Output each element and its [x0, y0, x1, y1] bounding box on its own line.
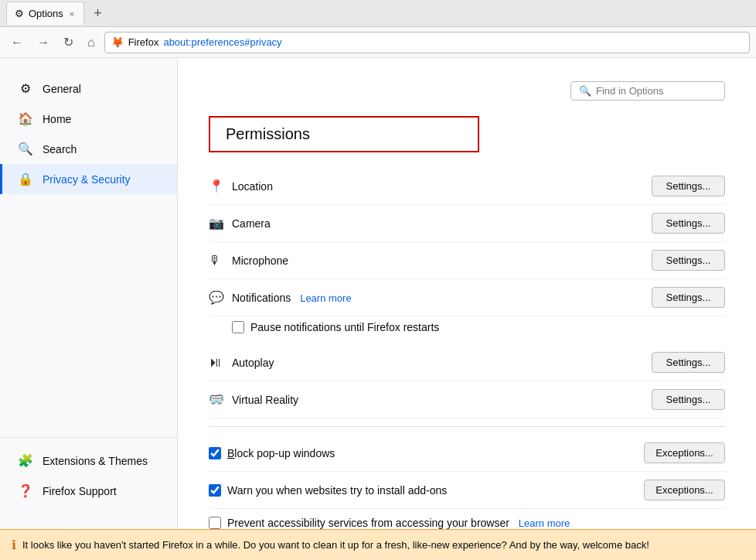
sidebar-label-privacy: Privacy & Security	[43, 173, 131, 186]
find-icon: 🔍	[579, 85, 591, 97]
warn-addons-label: Warn you when websites try to install ad…	[227, 484, 644, 497]
sidebar-label-general: General	[43, 83, 81, 95]
extensions-icon: 🧩	[18, 453, 33, 468]
sidebar-nav: ⚙ General 🏠 Home 🔍 Search 🔒 Privacy & Se…	[0, 73, 177, 437]
camera-settings-button[interactable]: Settings...	[652, 213, 725, 234]
notifications-learn-more-link[interactable]: Learn more	[300, 292, 351, 304]
sidebar-label-support: Firefox Support	[43, 485, 117, 497]
microphone-settings-button[interactable]: Settings...	[652, 250, 725, 271]
sidebar-item-extensions[interactable]: 🧩 Extensions & Themes	[0, 446, 177, 476]
location-settings-button[interactable]: Settings...	[652, 176, 725, 196]
pause-notifications-label: Pause notifications until Firefox restar…	[250, 321, 439, 333]
prevent-accessibility-checkbox[interactable]	[209, 517, 221, 529]
block-popup-row: Block pop-up windows Exceptions...	[209, 435, 725, 472]
vr-settings-button[interactable]: Settings...	[652, 389, 725, 410]
sidebar-label-home: Home	[43, 113, 71, 125]
prevent-accessibility-label: Prevent accessibility services from acce…	[227, 517, 725, 529]
block-popup-exceptions-button[interactable]: Exceptions...	[644, 442, 725, 463]
browser-label: Firefox	[128, 36, 159, 48]
prevent-accessibility-row: Prevent accessibility services from acce…	[209, 509, 725, 529]
permission-row-vr: 🥽 Virtual Reality Settings...	[209, 381, 725, 418]
search-sidebar-icon: 🔍	[18, 142, 33, 156]
permissions-section-header: Permissions	[209, 116, 725, 152]
home-icon: 🏠	[18, 111, 33, 126]
sidebar-item-support[interactable]: ❓ Firefox Support	[0, 476, 177, 506]
permissions-title: Permissions	[209, 116, 479, 152]
camera-icon: 📷	[209, 216, 232, 230]
warn-addons-exceptions-button[interactable]: Exceptions...	[644, 480, 725, 500]
notifications-icon: 💬	[209, 290, 232, 305]
reload-button[interactable]: ↻	[59, 32, 78, 53]
warn-addons-row: Warn you when websites try to install ad…	[209, 472, 725, 509]
accessibility-learn-more-link[interactable]: Learn more	[519, 517, 570, 529]
find-in-options-input[interactable]	[596, 85, 717, 97]
pause-notifications-checkbox[interactable]	[232, 321, 244, 333]
sidebar-label-search: Search	[43, 143, 77, 155]
back-button[interactable]: ←	[6, 32, 28, 53]
permission-row-autoplay: ⏯ Autoplay Settings...	[209, 344, 725, 381]
tab-label: Options	[29, 8, 63, 19]
content-area: 🔍 Permissions 📍 Location Settings... 📷 C…	[178, 58, 756, 529]
nav-bar: ← → ↻ ⌂ 🦊 Firefox about:preferences#priv…	[0, 27, 756, 58]
tab-gear-icon: ⚙	[15, 8, 24, 19]
pause-notifications-row: Pause notifications until Firefox restar…	[232, 316, 725, 338]
block-popup-checkbox[interactable]	[209, 447, 221, 459]
sidebar-bottom: 🧩 Extensions & Themes ❓ Firefox Support	[0, 437, 177, 514]
permissions-separator	[209, 426, 725, 427]
permission-row-location: 📍 Location Settings...	[209, 168, 725, 205]
autoplay-label: Autoplay	[232, 357, 652, 369]
location-icon: 📍	[209, 179, 232, 193]
options-tab[interactable]: ⚙ Options ×	[6, 2, 84, 25]
support-icon: ❓	[18, 483, 33, 498]
sidebar-item-search[interactable]: 🔍 Search	[0, 134, 177, 164]
pause-notifications-container: Pause notifications until Firefox restar…	[209, 316, 725, 344]
address-bar[interactable]: 🦊 Firefox about:preferences#privacy	[104, 32, 750, 53]
lock-icon: 🔒	[18, 172, 33, 186]
firefox-icon: 🦊	[111, 36, 124, 48]
sidebar-item-general[interactable]: ⚙ General	[0, 73, 177, 104]
notifications-label: Notifications Learn more	[232, 292, 652, 304]
find-bar: 🔍	[209, 81, 725, 101]
vr-icon: 🥽	[209, 392, 232, 407]
home-button[interactable]: ⌂	[83, 32, 100, 53]
notifications-settings-button[interactable]: Settings...	[652, 287, 725, 308]
tab-close-button[interactable]: ×	[68, 9, 76, 19]
address-url: about:preferences#privacy	[163, 36, 281, 48]
sidebar-item-home[interactable]: 🏠 Home	[0, 104, 177, 134]
camera-label: Camera	[232, 217, 652, 230]
permission-row-notifications: 💬 Notifications Learn more Settings...	[209, 279, 725, 316]
location-label: Location	[232, 180, 652, 193]
forward-button[interactable]: →	[32, 32, 54, 53]
autoplay-settings-button[interactable]: Settings...	[652, 352, 725, 373]
general-icon: ⚙	[18, 81, 33, 96]
microphone-label: Microphone	[232, 254, 652, 267]
sidebar: ⚙ General 🏠 Home 🔍 Search 🔒 Privacy & Se…	[0, 58, 178, 529]
new-tab-button[interactable]: +	[89, 5, 107, 22]
title-bar: ⚙ Options × +	[0, 0, 756, 27]
microphone-icon: 🎙	[209, 254, 232, 268]
block-popup-label: Block pop-up windows	[227, 447, 644, 459]
sidebar-label-extensions: Extensions & Themes	[43, 455, 148, 467]
find-input-container[interactable]: 🔍	[570, 81, 725, 101]
title-bar-left: ⚙ Options × +	[6, 2, 107, 25]
permission-row-camera: 📷 Camera Settings...	[209, 205, 725, 242]
vr-label: Virtual Reality	[232, 394, 652, 406]
main-layout: ⚙ General 🏠 Home 🔍 Search 🔒 Privacy & Se…	[0, 58, 756, 529]
permission-row-microphone: 🎙 Microphone Settings...	[209, 242, 725, 279]
autoplay-icon: ⏯	[209, 354, 232, 370]
sidebar-item-privacy[interactable]: 🔒 Privacy & Security	[0, 164, 177, 194]
warn-addons-checkbox[interactable]	[209, 484, 221, 497]
